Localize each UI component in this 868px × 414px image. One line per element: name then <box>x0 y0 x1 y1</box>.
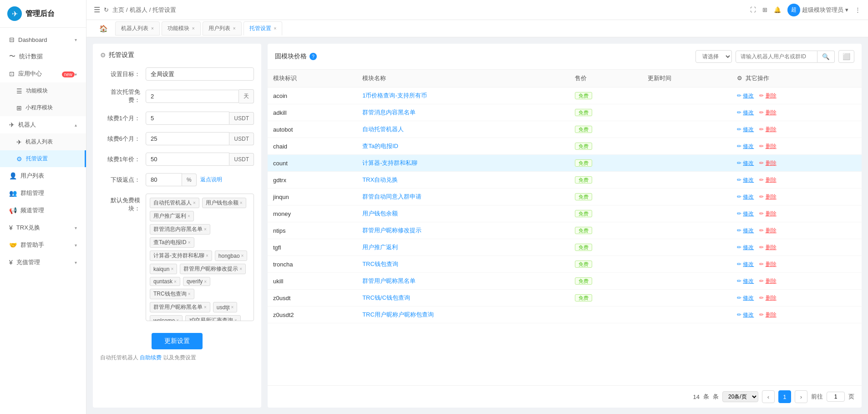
edit-link[interactable]: 修改 <box>743 311 754 319</box>
edit-link[interactable]: 修改 <box>743 261 754 268</box>
delete-link[interactable]: 删除 <box>766 261 777 268</box>
fullscreen-icon[interactable]: ⛶ <box>750 6 756 13</box>
sidebar-item-app-center[interactable]: ⊡应用中心 new▾ <box>0 65 86 82</box>
delete-link[interactable]: 删除 <box>766 277 777 285</box>
delete-link[interactable]: 删除 <box>766 143 777 150</box>
remove-tag-button[interactable]: × <box>204 227 207 232</box>
tab-close-user-list[interactable]: × <box>233 26 236 31</box>
delete-link[interactable]: 删除 <box>766 176 777 184</box>
sidebar-item-group-manage[interactable]: 👥群组管理 <box>0 184 86 202</box>
sidebar-item-mini-program[interactable]: ⊞小程序模块 <box>0 99 86 116</box>
delete-link[interactable]: 删除 <box>766 294 777 302</box>
remove-tag-button[interactable]: × <box>206 253 208 258</box>
prev-page-button[interactable]: ‹ <box>762 390 775 403</box>
edit-link[interactable]: 修改 <box>743 143 754 150</box>
remove-tag-button[interactable]: × <box>174 279 177 284</box>
tab-managed-settings[interactable]: 托管设置 × <box>244 21 283 36</box>
sidebar-item-stats[interactable]: 〜统计数据 <box>0 48 86 65</box>
tab-close-managed-settings[interactable]: × <box>274 26 277 31</box>
export-button[interactable]: ⬜ <box>838 50 854 63</box>
delete-link[interactable]: 删除 <box>766 109 777 117</box>
sidebar-item-robot[interactable]: ✈机器人 ▴ <box>0 116 86 133</box>
target-select[interactable]: 全局设置 <box>146 67 254 81</box>
module-name-link[interactable]: 自动托管机器人 <box>362 126 404 133</box>
remove-tag-button[interactable]: × <box>231 305 234 310</box>
module-name-link[interactable]: 1币价格查询-支持所有币 <box>362 92 427 99</box>
remove-tag-button[interactable]: × <box>188 291 191 296</box>
delete-link[interactable]: 删除 <box>766 210 777 218</box>
edit-link[interactable]: 修改 <box>743 92 754 100</box>
remove-tag-button[interactable]: × <box>176 318 179 321</box>
module-name-link[interactable]: 用户钱包余额 <box>362 210 398 217</box>
tab-close-robot-list[interactable]: × <box>151 26 154 31</box>
refresh-icon[interactable]: ↻ <box>104 6 109 13</box>
remove-tag-button[interactable]: × <box>193 200 196 205</box>
sidebar-item-func-module[interactable]: ☰功能模块 <box>0 82 86 99</box>
edit-link[interactable]: 修改 <box>743 126 754 133</box>
edit-link[interactable]: 修改 <box>743 210 754 218</box>
tab-func-module[interactable]: 功能模块 × <box>162 21 201 36</box>
edit-link[interactable]: 修改 <box>743 159 754 167</box>
first-free-input[interactable] <box>146 90 239 103</box>
sidebar-item-trx-exchange[interactable]: ¥TRX兑换 ▾ <box>0 219 86 236</box>
delete-link[interactable]: 删除 <box>766 193 777 201</box>
remove-tag-button[interactable]: × <box>188 214 190 219</box>
more-icon[interactable]: ⋮ <box>855 6 861 13</box>
module-name-link[interactable]: 计算器-支持群和私聊 <box>362 159 417 166</box>
edit-link[interactable]: 修改 <box>743 277 754 285</box>
renew-1m-input[interactable] <box>146 112 229 125</box>
delete-link[interactable]: 删除 <box>766 244 777 251</box>
remove-tag-button[interactable]: × <box>240 200 243 205</box>
module-name-link[interactable]: 群管自动同意入群申请 <box>362 193 421 200</box>
edit-link[interactable]: 修改 <box>743 193 754 201</box>
delete-link[interactable]: 删除 <box>766 311 777 319</box>
tab-close-func-module[interactable]: × <box>192 26 195 31</box>
module-name-link[interactable]: 群管用户昵称黑名单 <box>362 277 416 284</box>
current-page-button[interactable]: 1 <box>778 390 791 403</box>
edit-link[interactable]: 修改 <box>743 176 754 184</box>
module-name-link[interactable]: 查Ta的电报ID <box>362 143 398 149</box>
rebate-input[interactable] <box>146 173 182 186</box>
grid-icon[interactable]: ⊞ <box>762 6 767 13</box>
sidebar-item-managed-settings[interactable]: ⚙托管设置 <box>0 150 86 167</box>
remove-tag-button[interactable]: × <box>204 305 207 310</box>
module-name-link[interactable]: TRX自动兑换 <box>362 176 398 183</box>
renew-6m-input[interactable] <box>146 132 229 145</box>
bell-icon[interactable]: 🔔 <box>774 6 781 13</box>
filter-select[interactable]: 请选择 <box>695 50 732 63</box>
delete-link[interactable]: 删除 <box>766 159 777 167</box>
remove-tag-button[interactable]: × <box>239 266 242 271</box>
delete-link[interactable]: 删除 <box>766 92 777 100</box>
edit-link[interactable]: 修改 <box>743 244 754 251</box>
update-button[interactable]: 更新设置 <box>152 333 203 349</box>
page-size-select[interactable]: 20条/页 <box>722 391 758 402</box>
tab-robot-list[interactable]: 机器人列表 × <box>115 21 160 36</box>
sidebar-item-dashboard[interactable]: ⊟Dashboard ▾ <box>0 31 86 48</box>
sidebar-item-robot-list[interactable]: ✈机器人列表 <box>0 133 86 150</box>
edit-link[interactable]: 修改 <box>743 109 754 117</box>
remove-tag-button[interactable]: × <box>241 253 244 258</box>
module-name-link[interactable]: 群管消息内容黑名单 <box>362 109 416 116</box>
edit-link[interactable]: 修改 <box>743 294 754 302</box>
sidebar-item-group-helper[interactable]: 🤝群管助手 ▾ <box>0 236 86 254</box>
module-name-link[interactable]: TRC用户昵称户昵称包查询 <box>362 311 434 318</box>
remove-tag-button[interactable]: × <box>234 318 237 321</box>
search-input[interactable] <box>736 51 817 63</box>
remove-tag-button[interactable]: × <box>171 266 173 271</box>
tab-home[interactable]: 🏠 <box>94 22 113 36</box>
next-page-button[interactable]: › <box>795 390 807 403</box>
module-name-link[interactable]: TRC钱/C钱包查询 <box>362 294 410 301</box>
rebate-link[interactable]: 返点说明 <box>200 176 222 184</box>
help-icon[interactable]: ? <box>310 53 317 60</box>
module-name-link[interactable]: TRC钱包查询 <box>362 261 398 267</box>
remove-tag-button[interactable]: × <box>188 240 191 245</box>
sidebar-item-recharge[interactable]: ¥充值管理 ▾ <box>0 254 86 271</box>
auto-renew-link[interactable]: 自助续费 <box>140 354 162 361</box>
renew-1y-input[interactable] <box>146 153 229 166</box>
menu-toggle-icon[interactable]: ☰ <box>94 5 100 14</box>
user-menu[interactable]: 超 超级模块管理员 ▾ <box>787 4 848 16</box>
delete-link[interactable]: 删除 <box>766 227 777 235</box>
page-input[interactable] <box>827 392 845 402</box>
sidebar-item-channel-manage[interactable]: 📢频道管理 <box>0 202 86 219</box>
search-button[interactable]: 🔍 <box>817 51 835 63</box>
